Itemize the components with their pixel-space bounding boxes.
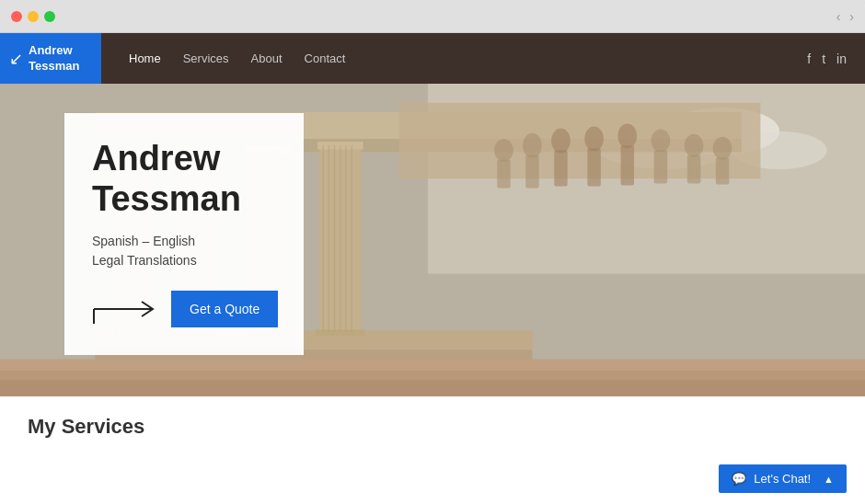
arrow-icon — [92, 292, 158, 326]
chat-expand-icon[interactable]: ▲ — [824, 474, 834, 485]
dot-maximize[interactable] — [44, 11, 55, 22]
svg-rect-7 — [399, 103, 761, 179]
logo-block[interactable]: ↙ Andrew Tessman — [0, 33, 101, 84]
hero-title: Andrew Tessman — [92, 139, 276, 219]
nav-item-about[interactable]: About — [251, 52, 283, 65]
hero-title-line2: Tessman — [92, 179, 241, 218]
svg-rect-65 — [0, 360, 865, 371]
website: ↙ Andrew Tessman Home Services About Con… — [0, 33, 865, 504]
svg-rect-62 — [716, 158, 729, 185]
site-header: ↙ Andrew Tessman Home Services About Con… — [0, 33, 865, 84]
logo-name-line1: Andrew — [29, 43, 73, 57]
svg-rect-54 — [587, 148, 600, 186]
logo-icon: ↙ — [9, 51, 23, 67]
social-icons: f t in — [807, 52, 865, 66]
browser-window: ‹ › ↙ Andrew Tessman Home Services About — [0, 0, 865, 504]
svg-point-47 — [494, 139, 513, 162]
svg-point-49 — [523, 133, 542, 158]
svg-point-61 — [713, 137, 732, 160]
nav-back-button[interactable]: ‹ — [836, 9, 841, 24]
nav-forward-button[interactable]: › — [849, 9, 854, 24]
dot-close[interactable] — [11, 11, 22, 22]
logo-text: Andrew Tessman — [29, 43, 79, 74]
dot-minimize[interactable] — [28, 11, 39, 22]
nav-item-contact[interactable]: Contact — [305, 52, 346, 65]
site-nav: Home Services About Contact — [101, 52, 807, 65]
social-linkedin-icon[interactable]: in — [836, 52, 847, 66]
browser-dots — [11, 11, 55, 22]
social-twitter-icon[interactable]: t — [822, 52, 825, 66]
hero-subtitle-line2: Legal Translations — [92, 253, 197, 268]
nav-item-home[interactable]: Home — [129, 52, 161, 65]
hero-card: Andrew Tessman Spanish – English Legal T… — [64, 113, 304, 355]
chat-widget[interactable]: 💬 Let's Chat! ▲ — [719, 464, 847, 493]
chat-icon: 💬 — [732, 472, 746, 486]
browser-nav: ‹ › — [836, 9, 854, 24]
nav-item-services[interactable]: Services — [183, 52, 229, 65]
svg-rect-58 — [654, 150, 667, 183]
hero-subtitle-line1: Spanish – English — [92, 234, 195, 248]
svg-point-55 — [617, 123, 637, 148]
social-facebook-icon[interactable]: f — [807, 52, 811, 66]
svg-point-53 — [584, 126, 604, 151]
hero-cta-row: Get a Quote — [92, 291, 276, 327]
svg-point-57 — [652, 130, 671, 153]
hero-subtitle: Spanish – English Legal Translations — [92, 232, 276, 270]
logo-name-line2: Tessman — [29, 59, 79, 73]
svg-rect-52 — [554, 150, 567, 186]
get-a-quote-button[interactable]: Get a Quote — [171, 291, 278, 327]
svg-rect-56 — [621, 145, 634, 185]
svg-point-59 — [685, 134, 704, 157]
hero-section: Andrew Tessman Spanish – English Legal T… — [0, 84, 865, 396]
below-hero-section: My Services 💬 Let's Chat! ▲ — [0, 396, 865, 504]
hero-title-line1: Andrew — [92, 139, 220, 178]
browser-content: ↙ Andrew Tessman Home Services About Con… — [0, 33, 865, 504]
chat-label: Let's Chat! — [754, 472, 811, 486]
svg-point-51 — [551, 129, 571, 154]
browser-titlebar: ‹ › — [0, 0, 865, 33]
svg-rect-50 — [525, 155, 538, 188]
svg-rect-63 — [0, 378, 865, 396]
svg-rect-60 — [687, 155, 700, 183]
svg-rect-48 — [497, 160, 510, 189]
my-services-title: My Services — [28, 415, 837, 439]
